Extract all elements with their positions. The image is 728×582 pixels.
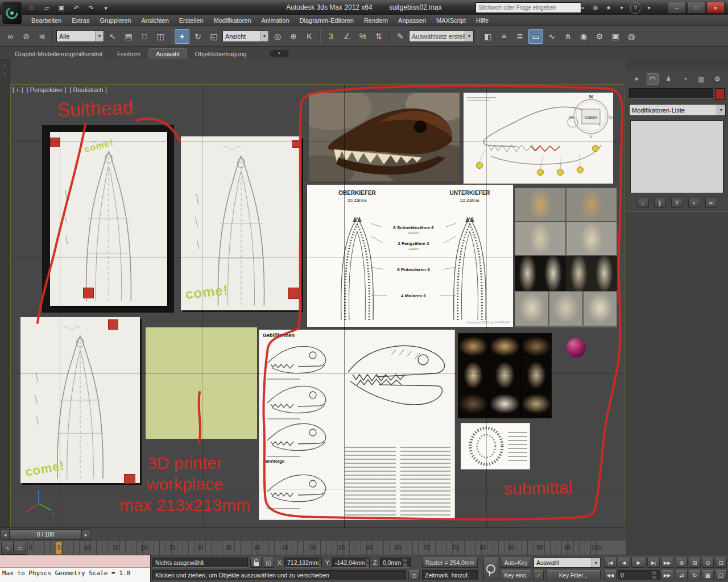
curve-editor-icon[interactable]: ∿ xyxy=(544,29,559,44)
create-tab[interactable]: ∗ xyxy=(630,73,643,85)
object-name-field[interactable] xyxy=(629,88,713,99)
compass-north-label[interactable]: N xyxy=(589,94,593,99)
communication-center-icon[interactable]: ◍ xyxy=(591,2,600,13)
select-and-link-icon[interactable]: ∞ xyxy=(3,29,18,44)
anatomy-sheet-plane[interactable]: Gebißformen Zahnfolge xyxy=(259,330,455,520)
add-time-tag-field[interactable]: Zeitmark. hinzuf. xyxy=(422,570,478,580)
keyboard-shortcut-override-icon[interactable]: K xyxy=(302,29,317,44)
select-and-manipulate-icon[interactable]: ⊕ xyxy=(286,29,301,44)
show-end-result-button[interactable]: ∥ xyxy=(654,198,666,208)
pan-icon[interactable]: ⇄ xyxy=(676,570,688,580)
modifier-stack-list[interactable] xyxy=(630,120,723,193)
align-icon[interactable]: ≡ xyxy=(497,29,511,44)
make-unique-button[interactable]: Y xyxy=(671,198,683,208)
y-coordinate-field[interactable]: -142,04mm xyxy=(332,558,370,568)
maxscript-mini-listener[interactable]: Max to Physcs Geometry Scale = 1.0 xyxy=(0,555,151,582)
rendered-frame-window-icon[interactable]: ▣ xyxy=(608,29,623,44)
modify-tab[interactable]: ◠ xyxy=(647,73,659,85)
previous-frame-button[interactable]: ◀ xyxy=(618,558,630,568)
search-input[interactable] xyxy=(475,2,581,13)
close-button[interactable]: × xyxy=(706,2,725,14)
material-editor-icon[interactable]: ◉ xyxy=(576,29,591,44)
macro-recorder-pane[interactable] xyxy=(0,555,150,568)
menu-anpassen[interactable]: Anpassen xyxy=(393,15,431,26)
bind-to-space-warp-icon[interactable]: ≋ xyxy=(35,29,49,44)
menu-maxscript[interactable]: MAXScript xyxy=(431,15,471,26)
render-production-icon[interactable]: ◍ xyxy=(624,29,639,44)
select-and-rotate-icon[interactable]: ↻ xyxy=(191,29,205,44)
sphere-object[interactable] xyxy=(566,338,586,357)
menu-rendern[interactable]: Rendern xyxy=(359,15,393,26)
named-selection-set-dropdown[interactable]: Auswahlsatz erstell ▼ xyxy=(409,30,474,42)
skull-photo-grid-plane[interactable] xyxy=(515,188,617,327)
maximize-button[interactable]: □ xyxy=(687,2,705,14)
next-frame-button[interactable]: ▶| xyxy=(647,558,660,568)
menu-bearbeiten[interactable]: Bearbeiten xyxy=(26,15,67,26)
viewport-layout-icon[interactable]: ◲ xyxy=(715,570,727,580)
maximize-viewport-toggle-icon[interactable]: ▦ xyxy=(702,570,714,580)
unlink-selection-icon[interactable]: ⊘ xyxy=(19,29,34,44)
select-by-name-icon[interactable]: ▤ xyxy=(121,29,136,44)
selection-lock-toggle[interactable] xyxy=(250,558,262,568)
z-coordinate-field[interactable]: 0,0mm xyxy=(380,558,411,568)
zoom-extents-icon[interactable]: ⊙ xyxy=(702,558,714,568)
go-to-end-button[interactable]: ▶▶ xyxy=(661,558,673,568)
minimize-button[interactable]: – xyxy=(668,2,686,14)
utilities-tab[interactable]: ⚙ xyxy=(712,73,724,85)
key-check-icon[interactable]: ✓ xyxy=(533,570,544,580)
time-tag-clock-icon[interactable]: ◷ xyxy=(408,570,420,580)
track-bar-filter-button[interactable]: ▭ xyxy=(14,542,26,555)
edit-named-selection-sets-icon[interactable]: ✎ xyxy=(393,29,408,44)
selection-filter-dropdown[interactable]: Alle ▼ xyxy=(56,30,104,42)
application-logo-icon[interactable] xyxy=(2,1,22,25)
perspective-viewport[interactable]: come! come! come! xyxy=(10,84,624,529)
spinner-icon[interactable] xyxy=(652,571,657,580)
angle-snap-icon[interactable]: ∠ xyxy=(340,29,354,44)
menu-hilfe[interactable]: Hilfe xyxy=(471,15,494,26)
open-mini-curve-editor-button[interactable]: ∿ xyxy=(1,542,14,555)
reference-sketch-plane-1[interactable] xyxy=(50,132,167,306)
menu-extras[interactable]: Extras xyxy=(67,15,94,26)
zoom-all-icon[interactable]: ⊞ xyxy=(689,558,701,568)
key-selection-dropdown[interactable]: Auswahl ▼ xyxy=(533,558,601,568)
reference-coordinate-dropdown[interactable]: Ansicht ▼ xyxy=(222,30,269,42)
reference-sketch-plane-2[interactable] xyxy=(181,136,301,310)
window-crossing-toggle-icon[interactable]: ◫ xyxy=(153,29,168,44)
select-and-move-icon[interactable]: + xyxy=(175,29,189,44)
compass-west-label[interactable]: W xyxy=(569,115,573,120)
help-dropdown-icon[interactable]: ▾ xyxy=(644,2,653,13)
menu-diagramm-editoren[interactable]: Diagramm-Editoren xyxy=(295,15,359,26)
menu-erstellen[interactable]: Erstellen xyxy=(174,15,209,26)
motion-tab[interactable]: ◔ xyxy=(679,73,692,85)
orbit-icon[interactable]: ↻ xyxy=(689,570,701,580)
layer-manager-icon[interactable]: ≣ xyxy=(512,29,527,44)
select-and-scale-icon[interactable]: ◱ xyxy=(206,29,221,44)
object-color-swatch[interactable] xyxy=(715,88,725,100)
viewcube-top-face-label[interactable]: OBEN xyxy=(585,115,598,120)
teeth-count-diagram-plane[interactable]: OBERKIEFER 20 Zähne UNTERKIEFER 22 Zähne xyxy=(307,185,513,327)
snap-toggle-icon[interactable]: 3 xyxy=(324,29,338,44)
skull-photo-plane[interactable] xyxy=(309,93,460,181)
x-coordinate-field[interactable]: 712,132mm xyxy=(284,558,322,568)
remove-modifier-button[interactable]: × xyxy=(688,198,700,208)
key-filter-button[interactable]: Key-Filter... xyxy=(546,570,601,580)
set-key-button[interactable]: Key eins. xyxy=(500,570,531,580)
mirror-icon[interactable]: ◧ xyxy=(481,29,495,44)
spinner-icon[interactable] xyxy=(365,558,370,567)
auto-key-button[interactable]: Auto-Key xyxy=(500,558,531,568)
pin-stack-button[interactable]: ⊥ xyxy=(637,198,649,208)
absolute-offset-mode-toggle[interactable]: ◱ xyxy=(263,558,274,568)
spinner-snap-icon[interactable]: ⇅ xyxy=(371,29,386,44)
help-icon[interactable]: ? xyxy=(630,2,640,14)
set-key-mode-toggle[interactable] xyxy=(483,558,498,580)
viewcube[interactable]: OBEN N W S O xyxy=(569,92,613,139)
viewport-shading-label[interactable]: [ Realistisch ] xyxy=(69,86,106,93)
hierarchy-tab[interactable]: ⋔ xyxy=(663,73,675,85)
ribbon-collapse-button[interactable]: ▾ xyxy=(270,50,289,57)
render-setup-icon[interactable]: ⚙ xyxy=(592,29,607,44)
previous-frame-arrow[interactable]: ◂ xyxy=(1,529,10,540)
spinner-icon[interactable] xyxy=(403,558,408,567)
dark-skull-grid-plane[interactable] xyxy=(458,333,552,418)
compass-south-label[interactable]: S xyxy=(589,134,592,139)
previous-key-button[interactable]: ◀◀ xyxy=(604,570,617,580)
